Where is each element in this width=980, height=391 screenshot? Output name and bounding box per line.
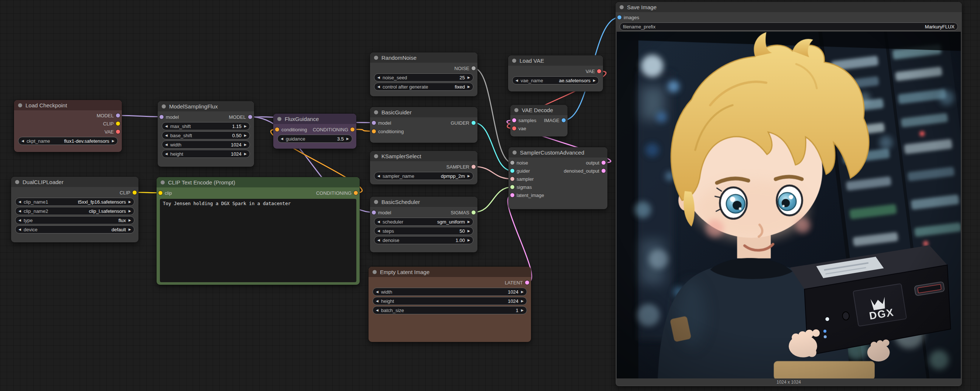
- input-port-model[interactable]: [372, 210, 376, 214]
- input-port-guider[interactable]: [510, 169, 514, 173]
- output-port-CONDITIONING[interactable]: [354, 191, 358, 195]
- collapse-dot[interactable]: [512, 59, 516, 63]
- collapse-dot[interactable]: [620, 5, 624, 9]
- increment-arrow[interactable]: ▶: [593, 79, 596, 82]
- decrement-arrow[interactable]: ◀: [165, 152, 168, 156]
- increment-arrow[interactable]: ▶: [129, 228, 131, 231]
- widget-control-after-generate[interactable]: ◀control after generatefixed▶: [374, 82, 473, 91]
- decrement-arrow[interactable]: ◀: [377, 220, 380, 223]
- output-port-IMAGE[interactable]: [562, 119, 566, 122]
- node-title-bar[interactable]: BasicScheduler: [370, 196, 477, 207]
- output-port-output[interactable]: [601, 161, 606, 165]
- widget-guidance[interactable]: ◀guidance3.5▶: [277, 135, 352, 143]
- decrement-arrow[interactable]: ◀: [377, 230, 380, 233]
- decrement-arrow[interactable]: ◀: [377, 174, 380, 178]
- node-vae_decode[interactable]: VAE DecodesamplesIMAGEvae: [510, 105, 568, 136]
- decrement-arrow[interactable]: ◀: [515, 79, 518, 82]
- output-port-VAE[interactable]: [597, 69, 601, 73]
- widget-height[interactable]: ◀height1024▶: [162, 150, 250, 158]
- output-port-SAMPLER[interactable]: [471, 165, 476, 169]
- increment-arrow[interactable]: ▶: [112, 139, 115, 143]
- output-port-CONDITIONING[interactable]: [350, 127, 355, 131]
- node-graph-canvas[interactable]: Load CheckpointMODELCLIPVAE◀ckpt_nameflu…: [0, 0, 980, 391]
- node-load_checkpoint[interactable]: Load CheckpointMODELCLIPVAE◀ckpt_nameflu…: [14, 100, 122, 152]
- widget-batch_size[interactable]: ◀batch_size1▶: [372, 306, 527, 314]
- increment-arrow[interactable]: ▶: [468, 230, 470, 233]
- output-port-LATENT[interactable]: [525, 280, 529, 284]
- input-port-model[interactable]: [372, 120, 376, 125]
- increment-arrow[interactable]: ▶: [244, 152, 247, 156]
- collapse-dot[interactable]: [161, 180, 165, 184]
- increment-arrow[interactable]: ▶: [468, 239, 470, 242]
- output-port-MODEL[interactable]: [248, 115, 252, 119]
- collapse-dot[interactable]: [512, 150, 517, 155]
- node-basic_guider[interactable]: BasicGuidermodelGUIDERconditioning: [370, 107, 477, 143]
- widget-type[interactable]: ◀typeflux▶: [15, 216, 134, 224]
- collapse-dot[interactable]: [18, 103, 22, 107]
- node-title-bar[interactable]: Load Checkpoint: [14, 100, 122, 110]
- input-port-model[interactable]: [159, 115, 164, 119]
- decrement-arrow[interactable]: ◀: [19, 209, 21, 213]
- node-sampler_custom_advanced[interactable]: SamplerCustomAdvancednoiseoutputguiderde…: [509, 147, 608, 209]
- decrement-arrow[interactable]: ◀: [377, 239, 380, 242]
- node-title-bar[interactable]: CLIP Text Encode (Prompt): [157, 177, 360, 187]
- decrement-arrow[interactable]: ◀: [21, 139, 24, 143]
- increment-arrow[interactable]: ▶: [244, 134, 247, 137]
- increment-arrow[interactable]: ▶: [468, 174, 470, 178]
- node-flux_guidance[interactable]: FluxGuidanceconditioningCONDITIONING◀gui…: [273, 114, 356, 149]
- output-port-GUIDER[interactable]: [471, 120, 476, 125]
- increment-arrow[interactable]: ▶: [129, 219, 131, 222]
- node-title-bar[interactable]: Empty Latent Image: [369, 267, 531, 277]
- collapse-dot[interactable]: [374, 110, 378, 114]
- collapse-dot[interactable]: [374, 56, 378, 60]
- node-title-bar[interactable]: Save Image: [616, 2, 962, 12]
- widget-max_shift[interactable]: ◀max_shift1.15▶: [162, 122, 250, 130]
- output-port-denoised_output[interactable]: [601, 169, 606, 173]
- decrement-arrow[interactable]: ◀: [165, 143, 168, 146]
- input-port-conditioning[interactable]: [275, 127, 279, 131]
- output-port-SIGMAS[interactable]: [471, 210, 476, 214]
- decrement-arrow[interactable]: ◀: [376, 309, 379, 312]
- increment-arrow[interactable]: ▶: [244, 143, 247, 146]
- node-model_sampling_flux[interactable]: ModelSamplingFluxmodelMODEL◀max_shift1.1…: [158, 101, 254, 167]
- widget-clip_name2[interactable]: ◀clip_name2clip_l.safetensors▶: [15, 207, 134, 215]
- input-port-images[interactable]: [617, 16, 622, 19]
- increment-arrow[interactable]: ▶: [521, 290, 523, 294]
- node-title-bar[interactable]: KSamplerSelect: [370, 151, 477, 161]
- output-port-CLIP[interactable]: [116, 122, 120, 126]
- increment-arrow[interactable]: ▶: [129, 200, 131, 204]
- decrement-arrow[interactable]: ◀: [165, 134, 168, 137]
- node-title-bar[interactable]: BasicGuider: [370, 107, 477, 117]
- output-port-NOISE[interactable]: [471, 66, 476, 70]
- node-dual_clip_loader[interactable]: DualCLIPLoaderCLIP◀clip_name1t5xxl_fp16.…: [11, 177, 138, 242]
- node-basic_scheduler[interactable]: BasicSchedulermodelSIGMAS◀schedulersgm_u…: [370, 196, 477, 252]
- node-empty_latent_image[interactable]: Empty Latent ImageLATENT◀width1024▶◀heig…: [369, 267, 531, 342]
- prompt-textarea[interactable]: Toy Jensen holding a DGX Spark in a data…: [160, 199, 356, 282]
- input-port-samples[interactable]: [512, 119, 516, 122]
- output-port-VAE[interactable]: [116, 130, 120, 134]
- widget-width[interactable]: ◀width1024▶: [162, 141, 250, 149]
- node-ksampler_select[interactable]: KSamplerSelectSAMPLER◀sampler_namedpmpp_…: [370, 151, 477, 184]
- widget-sampler_name[interactable]: ◀sampler_namedpmpp_2m▶: [374, 172, 473, 180]
- input-port-latent_image[interactable]: [510, 193, 514, 197]
- widget-base_shift[interactable]: ◀base_shift0.50▶: [162, 131, 250, 139]
- collapse-dot[interactable]: [372, 270, 377, 274]
- collapse-dot[interactable]: [374, 200, 378, 204]
- widget-denoise[interactable]: ◀denoise1.00▶: [374, 236, 473, 244]
- decrement-arrow[interactable]: ◀: [19, 228, 21, 231]
- collapse-dot[interactable]: [162, 104, 166, 108]
- node-load_vae[interactable]: Load VAEVAE◀vae_nameae.safetensors▶: [508, 55, 603, 92]
- widget-vae_name[interactable]: ◀vae_nameae.safetensors▶: [512, 76, 599, 84]
- node-title-bar[interactable]: DualCLIPLoader: [11, 177, 138, 187]
- widget-device[interactable]: ◀devicedefault▶: [15, 225, 134, 233]
- node-title-bar[interactable]: RandomNoise: [370, 52, 477, 63]
- collapse-dot[interactable]: [15, 180, 19, 184]
- input-port-sigmas[interactable]: [510, 185, 514, 189]
- decrement-arrow[interactable]: ◀: [19, 219, 21, 222]
- decrement-arrow[interactable]: ◀: [165, 125, 168, 128]
- increment-arrow[interactable]: ▶: [244, 125, 247, 128]
- decrement-arrow[interactable]: ◀: [377, 85, 380, 89]
- widget-height[interactable]: ◀height1024▶: [372, 297, 527, 305]
- node-save_image[interactable]: Save Imageimagesfilename_prefixMarkuryFL…: [616, 2, 962, 386]
- increment-arrow[interactable]: ▶: [129, 209, 131, 213]
